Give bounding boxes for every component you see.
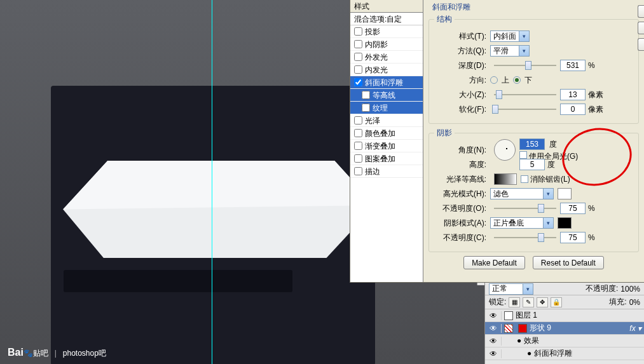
ok-button[interactable] [638, 5, 644, 18]
visibility-icon[interactable]: 👁 [485, 337, 502, 346]
shadow-color-swatch[interactable] [558, 217, 572, 229]
style-item-label: 等高线 [373, 89, 395, 102]
shadow-opacity-slider[interactable] [494, 233, 556, 243]
antialias-checkbox[interactable] [521, 175, 528, 183]
size-label: 大小(Z): [434, 90, 486, 100]
structure-legend: 结构 [434, 14, 455, 25]
style-checkbox[interactable] [362, 91, 370, 99]
altitude-input[interactable] [519, 159, 545, 170]
blending-options-item[interactable]: 混合选项:自定 [350, 13, 423, 25]
paper-shape [51, 86, 375, 364]
cancel-button[interactable] [638, 22, 644, 34]
size-input[interactable] [560, 89, 586, 100]
style-list: 样式 混合选项:自定 投影内阴影外发光内发光斜面和浮雕等高线纹理光泽颜色叠加渐变… [350, 0, 423, 282]
chevron-down-icon: ▾ [519, 31, 529, 41]
highlight-opacity-label: 不透明度(O): [434, 203, 486, 214]
style-item[interactable]: 渐变叠加 [350, 140, 423, 152]
make-default-button[interactable]: Make Default [463, 256, 525, 269]
shadow-mode-dropdown[interactable]: 正片叠底▾ [490, 217, 554, 229]
layer-label: 图层 1 [516, 310, 537, 321]
gloss-contour-picker[interactable] [494, 173, 517, 185]
size-slider[interactable] [494, 90, 556, 100]
shadow-opacity-label: 不透明度(C): [434, 233, 486, 243]
style-item[interactable]: 光泽 [350, 114, 423, 127]
lock-all-icon[interactable]: 🔒 [551, 297, 562, 307]
style-item[interactable]: 描边 [350, 165, 423, 178]
style-item[interactable]: 投影 [350, 25, 423, 38]
soften-input[interactable] [560, 104, 586, 115]
lock-transparent-icon[interactable]: ▦ [509, 297, 520, 307]
style-item[interactable]: 外发光 [350, 51, 423, 64]
style-item[interactable]: 内阴影 [350, 38, 423, 51]
visibility-icon[interactable]: 👁 [485, 349, 502, 358]
fill-value[interactable]: 0% [629, 298, 640, 307]
style-item[interactable]: 图案叠加 [350, 152, 423, 165]
style-checkbox[interactable] [354, 78, 362, 86]
method-dropdown[interactable]: 平滑▾ [490, 45, 530, 57]
soften-label: 软化(F): [434, 104, 486, 115]
depth-input[interactable] [560, 60, 586, 71]
chevron-down-icon: ▾ [543, 218, 553, 228]
highlight-mode-dropdown[interactable]: 滤色▾ [490, 188, 554, 199]
gloss-contour-label: 光泽等高线: [434, 174, 486, 185]
depth-slider[interactable] [494, 60, 556, 71]
style-item[interactable]: 内发光 [350, 64, 423, 76]
layer-row[interactable]: 👁● 效果 [485, 335, 644, 347]
style-checkbox[interactable] [354, 154, 362, 163]
soften-slider[interactable] [494, 104, 556, 114]
style-checkbox[interactable] [354, 40, 362, 48]
global-light-checkbox[interactable] [519, 151, 527, 159]
highlight-mode-label: 高光模式(H): [434, 189, 486, 199]
highlight-opacity-slider[interactable] [494, 203, 556, 213]
lock-paint-icon[interactable]: ✎ [523, 297, 534, 307]
visibility-icon[interactable]: 👁 [485, 324, 502, 333]
panel-title: 斜面和浮雕 [428, 0, 639, 14]
style-checkbox[interactable] [354, 116, 362, 125]
opacity-value[interactable]: 100% [620, 285, 640, 293]
structure-group: 结构 样式(T): 内斜面▾ 方法(Q): 平滑▾ 深度(D): % 方向: 上… [428, 14, 639, 124]
shading-legend: 阴影 [434, 128, 455, 138]
style-list-title: 样式 [350, 0, 423, 13]
highlight-color-swatch[interactable] [558, 188, 572, 199]
style-item-label: 描边 [365, 165, 380, 178]
angle-dial[interactable] [494, 139, 516, 161]
chevron-down-icon: ▾ [543, 189, 553, 199]
new-style-button[interactable] [638, 38, 644, 51]
style-item[interactable]: 等高线 [350, 89, 423, 102]
style-checkbox[interactable] [354, 129, 362, 137]
direction-up-radio[interactable] [490, 76, 498, 84]
method-label: 方法(Q): [434, 46, 486, 57]
style-checkbox[interactable] [354, 27, 362, 36]
guide-line [212, 0, 212, 364]
style-item[interactable]: 纹理 [350, 102, 423, 114]
layer-row[interactable]: 👁形状 9fx ▾ [485, 322, 644, 335]
blend-mode-dropdown[interactable]: 正常▾ [489, 283, 533, 295]
fx-icon[interactable]: fx ▾ [629, 324, 641, 333]
style-checkbox[interactable] [354, 65, 362, 74]
reset-default-button[interactable]: Reset to Default [533, 256, 604, 269]
size-unit: 像素 [588, 90, 603, 100]
layer-row[interactable]: 👁● 斜面和浮雕 [485, 347, 644, 360]
highlight-opacity-input[interactable] [560, 203, 586, 214]
style-checkbox[interactable] [354, 167, 362, 175]
shading-group: 阴影 角度(N): 度 使用全局光(G) 高度: 度 [428, 128, 639, 252]
style-item-label: 纹理 [373, 102, 388, 114]
lock-position-icon[interactable]: ✥ [537, 297, 548, 307]
style-item[interactable]: 斜面和浮雕 [350, 76, 423, 89]
style-item[interactable]: 颜色叠加 [350, 127, 423, 140]
shadow-opacity-input[interactable] [560, 232, 586, 243]
direction-down-radio[interactable] [513, 76, 521, 84]
visibility-icon[interactable]: 👁 [485, 311, 502, 320]
style-checkbox[interactable] [354, 53, 362, 61]
style-checkbox[interactable] [362, 104, 370, 112]
style-dropdown[interactable]: 内斜面▾ [490, 30, 530, 42]
angle-input[interactable] [519, 138, 545, 150]
chevron-down-icon: ▾ [519, 46, 529, 56]
angle-label: 角度(N): [434, 145, 486, 156]
svg-marker-1 [63, 161, 375, 210]
style-checkbox[interactable] [354, 142, 362, 150]
style-item-label: 内阴影 [365, 38, 388, 51]
depth-label: 深度(D): [434, 60, 486, 71]
layer-row[interactable]: 👁图层 1 [485, 309, 644, 322]
fill-label: 填充: [609, 297, 626, 307]
